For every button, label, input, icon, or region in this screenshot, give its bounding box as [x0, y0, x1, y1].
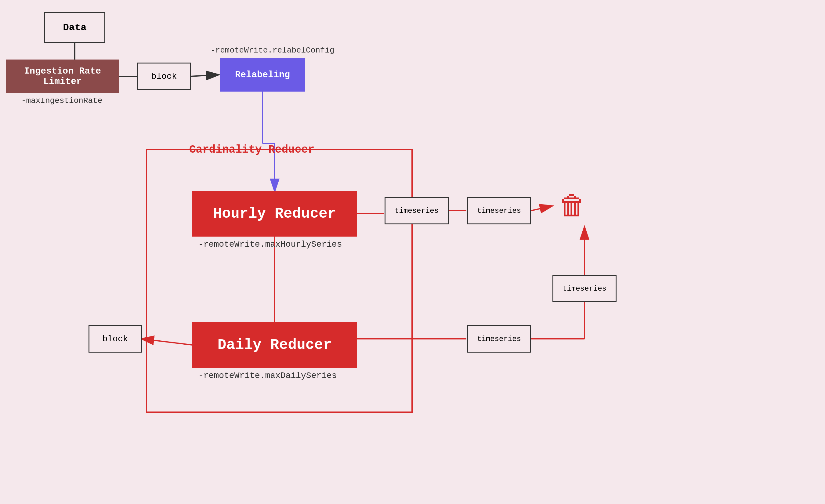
ingestion-label: Ingestion Rate Limiter [6, 66, 119, 87]
relabeling-node: Relabeling [220, 58, 305, 91]
timeseries3-node: timeseries [467, 325, 531, 353]
diagram-container: Data Ingestion Rate Limiter -maxIngestio… [0, 0, 825, 504]
block2-label: block [102, 334, 128, 344]
daily-label: Daily Reducer [218, 337, 332, 353]
svg-line-13 [531, 206, 552, 211]
block1-node: block [137, 63, 191, 90]
timeseries4-node: timeseries [552, 275, 616, 302]
ingestion-node: Ingestion Rate Limiter [6, 60, 119, 93]
trash-icon: 🗑 [558, 190, 586, 223]
hourly-label: Hourly Reducer [213, 205, 336, 222]
arrows-svg [0, 0, 825, 504]
hourly-param-label: -remoteWrite.maxHourlySeries [199, 240, 342, 249]
cardinality-label: Cardinality Reducer [189, 143, 314, 156]
timeseries4-label: timeseries [562, 285, 606, 293]
relabeling-label: Relabeling [235, 70, 290, 80]
timeseries3-label: timeseries [477, 335, 521, 343]
svg-line-15 [142, 339, 192, 345]
timeseries2-label: timeseries [477, 207, 521, 215]
svg-line-6 [191, 75, 218, 76]
trash-node: 🗑 [552, 186, 592, 226]
timeseries2-node: timeseries [467, 197, 531, 224]
relabeling-param-label: -remoteWrite.relabelConfig [211, 46, 334, 55]
daily-node: Daily Reducer [192, 322, 357, 368]
data-node: Data [44, 12, 105, 43]
timeseries1-node: timeseries [385, 197, 449, 224]
block2-node: block [88, 325, 142, 353]
block1-label: block [151, 72, 177, 81]
data-label: Data [63, 22, 87, 33]
timeseries1-label: timeseries [395, 207, 439, 215]
ingestion-param-label: -maxIngestionRate [21, 96, 102, 105]
daily-param-label: -remoteWrite.maxDailySeries [199, 371, 337, 380]
hourly-node: Hourly Reducer [192, 191, 357, 236]
